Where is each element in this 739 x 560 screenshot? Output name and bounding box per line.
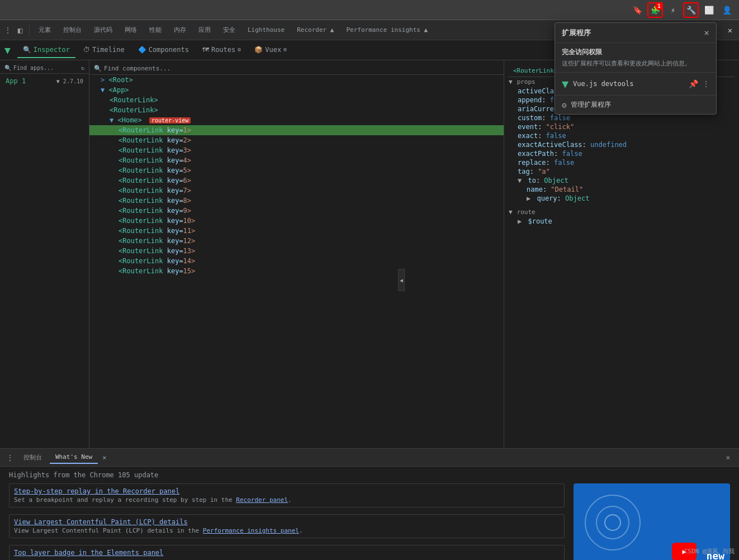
- bottom-panel-close-button[interactable]: ×: [722, 454, 735, 462]
- highlight-link-3[interactable]: Top layer badge in the Elements panel: [14, 549, 560, 557]
- popup-warning-text: 这些扩展程序可以查看和更改此网站上的信息。: [562, 59, 709, 68]
- tab-performance-insights[interactable]: Performance insights ▲: [340, 24, 433, 36]
- search-icon: 🔍: [4, 65, 11, 71]
- prop-replace: replace: false: [509, 158, 735, 167]
- performance-link[interactable]: Performance insights panel: [203, 527, 299, 534]
- tree-node-rl-key12[interactable]: <RouterLink key=12>: [89, 236, 504, 246]
- extension-badge: 1: [655, 2, 663, 10]
- highlight-item-1: Step-by-step replay in the Recorder pane…: [9, 483, 565, 507]
- highlight-link-2[interactable]: View Largest Contentful Paint (LCP) deta…: [14, 518, 560, 526]
- tab-memory[interactable]: 内存: [168, 23, 192, 36]
- popup-close-button[interactable]: ×: [704, 27, 709, 38]
- app-list-item[interactable]: App 1 ▼ 2.7.10: [0, 74, 89, 88]
- extensions-icon2[interactable]: ⚡: [665, 2, 681, 18]
- extensions-more-icon[interactable]: 🔧: [683, 2, 699, 18]
- tree-node-rl-key13[interactable]: <RouterLink key=13>: [89, 246, 504, 256]
- tab-routes[interactable]: 🗺 Routes ⚙: [197, 42, 247, 58]
- tree-node-rl-key9[interactable]: <RouterLink key=9>: [89, 206, 504, 216]
- extensions-icon[interactable]: 🧩 1: [647, 2, 663, 18]
- tab-sources[interactable]: 源代码: [88, 23, 118, 36]
- node-arrow2: ▼: [110, 116, 117, 124]
- tree-node-routerlink1[interactable]: <RouterLink>: [89, 95, 504, 105]
- tab-elements[interactable]: 元素: [33, 23, 56, 36]
- recorder-link[interactable]: Recorder panel: [236, 496, 288, 504]
- prop-custom: custom: false: [509, 113, 735, 122]
- tree-node-rl-key11[interactable]: <RouterLink key=11>: [89, 226, 504, 236]
- tab-components[interactable]: 🔷 Components: [132, 42, 195, 58]
- tab-timeline[interactable]: ⏱ Timeline: [78, 42, 130, 58]
- devtools-menu-icon[interactable]: ⋮: [2, 25, 13, 36]
- tree-node-rl-key10[interactable]: <RouterLink key=10>: [89, 216, 504, 226]
- vue-logo-icon: ▼: [562, 77, 569, 91]
- tab-security[interactable]: 安全: [217, 23, 241, 36]
- devtools-close-icon[interactable]: ✕: [723, 23, 737, 37]
- tab-vuex[interactable]: 📦 Vuex ⚙: [249, 42, 292, 58]
- tab-performance[interactable]: 性能: [144, 23, 167, 36]
- tab-network[interactable]: 网络: [119, 23, 143, 36]
- routes-settings-icon[interactable]: ⚙: [238, 46, 241, 53]
- node-arrow: ▼: [101, 86, 108, 94]
- route-section-header[interactable]: ▼ route: [509, 207, 735, 217]
- tree-node-rl-key4[interactable]: <RouterLink key=4>: [89, 155, 504, 165]
- pin-icon[interactable]: 📌: [689, 79, 698, 88]
- tree-node-rl-key5[interactable]: <RouterLink key=5>: [89, 165, 504, 175]
- tree-node-app[interactable]: ▼ <App>: [89, 85, 504, 95]
- node-rl-k1: <RouterLink: [119, 126, 167, 134]
- tab-console-bottom[interactable]: 控制台: [18, 451, 48, 464]
- tab-console[interactable]: 控制台: [58, 23, 87, 36]
- tree-node-rl-key3[interactable]: <RouterLink key=3>: [89, 145, 504, 155]
- tree-node-rl-key7[interactable]: <RouterLink key=7>: [89, 186, 504, 196]
- tree-node-root[interactable]: > <Root>: [89, 75, 504, 85]
- tree-node-rl-key2[interactable]: <RouterLink key=2>: [89, 135, 504, 145]
- route-section-label: route: [517, 208, 536, 216]
- highlights-container: Step-by-step replay in the Recorder pane…: [9, 483, 730, 560]
- search-icon2: 🔍: [94, 65, 102, 72]
- bottom-panel: ⋮ 控制台 What's New × × Highlights from the…: [0, 448, 739, 560]
- prop-exactPath: exactPath: false: [509, 149, 735, 158]
- highlight-link-1[interactable]: Step-by-step replay in the Recorder pane…: [14, 487, 560, 495]
- whats-new-close-button[interactable]: ×: [100, 454, 108, 462]
- node-bracket: >: [101, 76, 108, 84]
- tree-node-rl-key8[interactable]: <RouterLink key=8>: [89, 196, 504, 206]
- collapse-handle[interactable]: ◀: [398, 269, 405, 291]
- tree-node-routerlink2[interactable]: <RouterLink>: [89, 105, 504, 115]
- tab-vuex-label: Vuex: [265, 46, 281, 54]
- extension-more-icon[interactable]: ⋮: [703, 80, 709, 88]
- tab-lighthouse[interactable]: Lighthouse: [242, 24, 290, 36]
- tab-inspector[interactable]: 🔍 Inspector: [17, 42, 75, 58]
- popup-warning-section: 完全访问权限 这些扩展程序可以查看和更改此网站上的信息。: [555, 43, 716, 73]
- find-components-label: Find components...: [104, 65, 170, 72]
- profile-icon[interactable]: 👤: [719, 2, 735, 18]
- bookmark-icon[interactable]: 🔖: [629, 2, 645, 18]
- router-view-badge: router-view: [149, 117, 191, 124]
- tree-node-rl-key15[interactable]: <RouterLink key=15>: [89, 266, 504, 276]
- attr-key: key=: [167, 126, 183, 134]
- node-rl2: <RouterLink>: [110, 106, 158, 114]
- refresh-icon[interactable]: ↻: [81, 65, 84, 71]
- extensions-popup: 扩展程序 × 完全访问权限 这些扩展程序可以查看和更改此网站上的信息。 ▼ Vu…: [555, 22, 717, 115]
- node-name: <Root>: [108, 76, 132, 84]
- tab-application[interactable]: 应用: [193, 23, 216, 36]
- tab-recorder[interactable]: Recorder ▲: [291, 24, 339, 36]
- popup-extension-item: ▼ Vue.js devtools 📌 ⋮: [555, 73, 716, 96]
- tree-node-home[interactable]: ▼ <Home> router-view: [89, 115, 504, 125]
- window-icon[interactable]: ⬜: [701, 2, 717, 18]
- devtools-dock-icon[interactable]: ◧: [15, 25, 26, 36]
- chrome-top-bar: 🔖 🧩 1 ⚡ 🔧 ⬜ 👤: [0, 0, 739, 20]
- vuex-settings-icon[interactable]: ⚙: [283, 46, 287, 53]
- tree-node-rl-key14[interactable]: <RouterLink key=14>: [89, 256, 504, 266]
- bottom-more-icon[interactable]: ⋮: [4, 452, 16, 463]
- manage-extensions-item[interactable]: ⚙ 管理扩展程序: [555, 96, 716, 114]
- tab-whats-new[interactable]: What's New: [50, 451, 98, 464]
- find-apps-bar: 🔍 Find apps... ↻: [0, 63, 89, 74]
- prop-event: event: "click": [509, 122, 735, 131]
- prop-sroute: ▶ $route: [509, 217, 735, 226]
- component-path-label: <RouterLink>: [513, 67, 557, 74]
- components-icon: 🔷: [138, 46, 146, 54]
- node-home: <Home>: [117, 116, 141, 124]
- tree-node-rl-key6[interactable]: <RouterLink key=6>: [89, 175, 504, 186]
- prop-exact: exact: false: [509, 131, 735, 140]
- attr-val: 1>: [183, 126, 191, 134]
- settings-manage-icon: ⚙: [562, 101, 566, 110]
- tree-node-rl-key1[interactable]: <RouterLink key=1>: [89, 125, 504, 135]
